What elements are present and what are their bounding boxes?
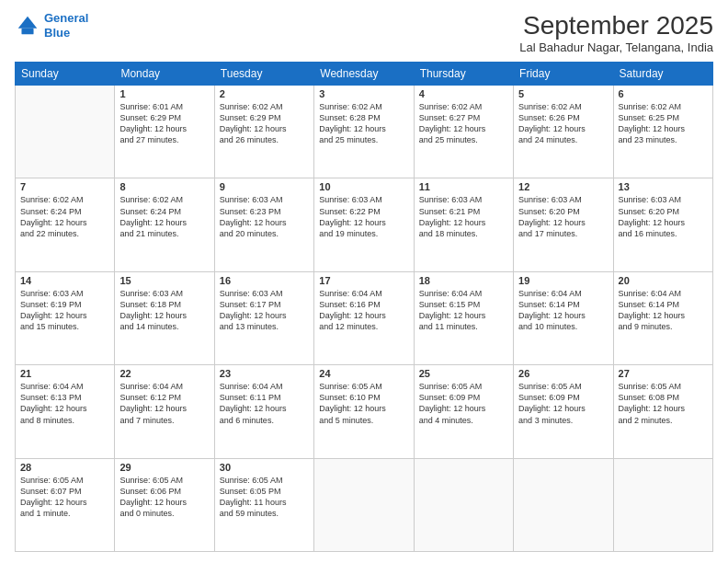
calendar-cell: 28Sunrise: 6:05 AM Sunset: 6:07 PM Dayli… xyxy=(16,458,115,551)
day-info: Sunrise: 6:04 AM Sunset: 6:13 PM Dayligh… xyxy=(20,381,109,426)
calendar-cell: 26Sunrise: 6:05 AM Sunset: 6:09 PM Dayli… xyxy=(514,365,613,458)
calendar-cell: 14Sunrise: 6:03 AM Sunset: 6:19 PM Dayli… xyxy=(16,271,115,364)
calendar-cell: 6Sunrise: 6:02 AM Sunset: 6:25 PM Daylig… xyxy=(613,86,712,178)
page: General Blue September 2025 Lal Bahadur … xyxy=(0,0,728,563)
calendar-cell: 2Sunrise: 6:02 AM Sunset: 6:29 PM Daylig… xyxy=(214,86,313,178)
day-number: 20 xyxy=(619,275,708,286)
svg-marker-0 xyxy=(18,16,38,28)
day-number: 12 xyxy=(518,181,608,192)
col-saturday: Saturday xyxy=(613,63,712,86)
calendar-cell xyxy=(514,458,613,551)
calendar-cell: 16Sunrise: 6:03 AM Sunset: 6:17 PM Dayli… xyxy=(214,271,313,364)
calendar-cell: 8Sunrise: 6:02 AM Sunset: 6:24 PM Daylig… xyxy=(115,178,214,271)
day-number: 28 xyxy=(20,462,109,473)
calendar-cell: 21Sunrise: 6:04 AM Sunset: 6:13 PM Dayli… xyxy=(16,365,115,458)
day-number: 23 xyxy=(220,368,309,379)
col-monday: Monday xyxy=(115,63,214,86)
logo-general: General xyxy=(44,11,88,25)
day-info: Sunrise: 6:05 AM Sunset: 6:09 PM Dayligh… xyxy=(419,381,508,426)
day-info: Sunrise: 6:05 AM Sunset: 6:09 PM Dayligh… xyxy=(518,381,608,426)
calendar-header-row: Sunday Monday Tuesday Wednesday Thursday… xyxy=(16,63,713,86)
calendar-cell: 25Sunrise: 6:05 AM Sunset: 6:09 PM Dayli… xyxy=(414,365,513,458)
logo-icon xyxy=(15,13,40,39)
calendar-cell: 18Sunrise: 6:04 AM Sunset: 6:15 PM Dayli… xyxy=(414,271,513,364)
calendar-cell: 17Sunrise: 6:04 AM Sunset: 6:16 PM Dayli… xyxy=(314,271,414,364)
day-info: Sunrise: 6:05 AM Sunset: 6:07 PM Dayligh… xyxy=(20,475,109,520)
day-number: 27 xyxy=(619,368,708,379)
day-info: Sunrise: 6:02 AM Sunset: 6:25 PM Dayligh… xyxy=(619,101,708,146)
location-subtitle: Lal Bahadur Nagar, Telangana, India xyxy=(519,40,713,54)
title-block: September 2025 Lal Bahadur Nagar, Telang… xyxy=(519,11,713,54)
calendar-cell: 27Sunrise: 6:05 AM Sunset: 6:08 PM Dayli… xyxy=(613,365,712,458)
col-wednesday: Wednesday xyxy=(314,63,414,86)
day-number: 13 xyxy=(619,181,708,192)
logo: General Blue xyxy=(15,11,88,40)
day-number: 10 xyxy=(319,181,408,192)
day-info: Sunrise: 6:03 AM Sunset: 6:17 PM Dayligh… xyxy=(220,288,309,333)
calendar-cell: 20Sunrise: 6:04 AM Sunset: 6:14 PM Dayli… xyxy=(613,271,712,364)
day-info: Sunrise: 6:04 AM Sunset: 6:14 PM Dayligh… xyxy=(518,288,608,333)
calendar-table: Sunday Monday Tuesday Wednesday Thursday… xyxy=(15,62,713,552)
day-info: Sunrise: 6:02 AM Sunset: 6:27 PM Dayligh… xyxy=(419,101,508,146)
calendar-cell: 1Sunrise: 6:01 AM Sunset: 6:29 PM Daylig… xyxy=(115,86,214,178)
day-info: Sunrise: 6:05 AM Sunset: 6:10 PM Dayligh… xyxy=(319,381,408,426)
col-friday: Friday xyxy=(514,63,613,86)
day-info: Sunrise: 6:02 AM Sunset: 6:24 PM Dayligh… xyxy=(20,194,109,239)
day-info: Sunrise: 6:05 AM Sunset: 6:08 PM Dayligh… xyxy=(619,381,708,426)
day-number: 26 xyxy=(518,368,608,379)
header: General Blue September 2025 Lal Bahadur … xyxy=(15,11,713,54)
day-number: 18 xyxy=(419,275,508,286)
svg-rect-1 xyxy=(21,28,33,34)
calendar-week-1: 7Sunrise: 6:02 AM Sunset: 6:24 PM Daylig… xyxy=(16,178,713,271)
day-info: Sunrise: 6:04 AM Sunset: 6:15 PM Dayligh… xyxy=(419,288,508,333)
day-number: 2 xyxy=(220,88,309,99)
col-thursday: Thursday xyxy=(414,63,513,86)
day-number: 4 xyxy=(419,88,508,99)
calendar-week-2: 14Sunrise: 6:03 AM Sunset: 6:19 PM Dayli… xyxy=(16,271,713,364)
calendar-cell: 19Sunrise: 6:04 AM Sunset: 6:14 PM Dayli… xyxy=(514,271,613,364)
col-sunday: Sunday xyxy=(16,63,115,86)
calendar-cell: 22Sunrise: 6:04 AM Sunset: 6:12 PM Dayli… xyxy=(115,365,214,458)
day-info: Sunrise: 6:03 AM Sunset: 6:20 PM Dayligh… xyxy=(518,194,608,239)
calendar-cell: 30Sunrise: 6:05 AM Sunset: 6:05 PM Dayli… xyxy=(214,458,313,551)
day-info: Sunrise: 6:05 AM Sunset: 6:06 PM Dayligh… xyxy=(119,475,209,520)
calendar-cell: 23Sunrise: 6:04 AM Sunset: 6:11 PM Dayli… xyxy=(214,365,313,458)
day-info: Sunrise: 6:01 AM Sunset: 6:29 PM Dayligh… xyxy=(119,101,209,146)
day-number: 29 xyxy=(119,462,209,473)
day-number: 15 xyxy=(119,275,209,286)
calendar-cell: 10Sunrise: 6:03 AM Sunset: 6:22 PM Dayli… xyxy=(314,178,414,271)
day-number: 3 xyxy=(319,88,408,99)
logo-text: General Blue xyxy=(44,11,88,40)
calendar-cell: 29Sunrise: 6:05 AM Sunset: 6:06 PM Dayli… xyxy=(115,458,214,551)
day-info: Sunrise: 6:05 AM Sunset: 6:05 PM Dayligh… xyxy=(220,475,309,520)
day-number: 1 xyxy=(119,88,209,99)
day-number: 22 xyxy=(119,368,209,379)
calendar-cell: 15Sunrise: 6:03 AM Sunset: 6:18 PM Dayli… xyxy=(115,271,214,364)
day-info: Sunrise: 6:03 AM Sunset: 6:18 PM Dayligh… xyxy=(119,288,209,333)
calendar-week-0: 1Sunrise: 6:01 AM Sunset: 6:29 PM Daylig… xyxy=(16,86,713,178)
calendar-cell xyxy=(613,458,712,551)
calendar-week-3: 21Sunrise: 6:04 AM Sunset: 6:13 PM Dayli… xyxy=(16,365,713,458)
day-number: 6 xyxy=(619,88,708,99)
day-number: 17 xyxy=(319,275,408,286)
day-info: Sunrise: 6:03 AM Sunset: 6:20 PM Dayligh… xyxy=(619,194,708,239)
calendar-cell: 5Sunrise: 6:02 AM Sunset: 6:26 PM Daylig… xyxy=(514,86,613,178)
calendar-cell xyxy=(16,86,115,178)
calendar-cell: 11Sunrise: 6:03 AM Sunset: 6:21 PM Dayli… xyxy=(414,178,513,271)
day-number: 19 xyxy=(518,275,608,286)
day-number: 24 xyxy=(319,368,408,379)
calendar-cell: 4Sunrise: 6:02 AM Sunset: 6:27 PM Daylig… xyxy=(414,86,513,178)
day-info: Sunrise: 6:02 AM Sunset: 6:28 PM Dayligh… xyxy=(319,101,408,146)
calendar-cell: 3Sunrise: 6:02 AM Sunset: 6:28 PM Daylig… xyxy=(314,86,414,178)
day-number: 5 xyxy=(518,88,608,99)
calendar-cell xyxy=(414,458,513,551)
day-number: 9 xyxy=(220,181,309,192)
day-info: Sunrise: 6:04 AM Sunset: 6:14 PM Dayligh… xyxy=(619,288,708,333)
day-info: Sunrise: 6:03 AM Sunset: 6:23 PM Dayligh… xyxy=(220,194,309,239)
day-info: Sunrise: 6:02 AM Sunset: 6:26 PM Dayligh… xyxy=(518,101,608,146)
day-number: 30 xyxy=(220,462,309,473)
day-number: 7 xyxy=(20,181,109,192)
month-title: September 2025 xyxy=(519,11,713,40)
calendar-cell: 9Sunrise: 6:03 AM Sunset: 6:23 PM Daylig… xyxy=(214,178,313,271)
day-info: Sunrise: 6:02 AM Sunset: 6:24 PM Dayligh… xyxy=(119,194,209,239)
